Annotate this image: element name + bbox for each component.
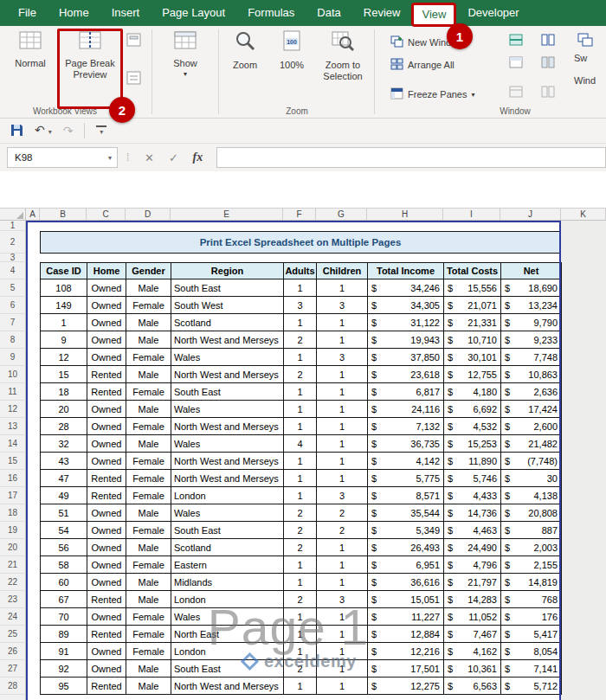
hide-window-icon[interactable] bbox=[509, 56, 523, 72]
cell[interactable]: $23,618 bbox=[368, 366, 444, 383]
cell[interactable]: Female bbox=[126, 297, 171, 314]
cell[interactable]: 91 bbox=[41, 643, 87, 660]
page-break-border-right[interactable] bbox=[559, 221, 561, 700]
cell[interactable]: $4,463 bbox=[444, 522, 501, 539]
column-header-C[interactable]: C bbox=[87, 209, 126, 220]
cell[interactable]: $11,052 bbox=[444, 608, 501, 626]
cell[interactable]: $30 bbox=[501, 470, 562, 487]
cell[interactable]: $17,501 bbox=[368, 660, 444, 678]
row-header-16[interactable]: 16 bbox=[0, 470, 26, 487]
cell[interactable]: 4 bbox=[284, 435, 317, 453]
cell[interactable]: Female bbox=[126, 453, 171, 470]
row-header-8[interactable]: 8 bbox=[0, 331, 26, 349]
customize-quick-access-toolbar-button[interactable]: ▾ bbox=[96, 125, 106, 136]
cell[interactable]: 70 bbox=[41, 608, 87, 626]
cell[interactable]: Owned bbox=[87, 435, 126, 453]
row-header-25[interactable]: 25 bbox=[0, 626, 26, 643]
cell[interactable]: 56 bbox=[41, 539, 87, 556]
cell[interactable]: $7,748 bbox=[501, 349, 562, 366]
name-box[interactable]: K98 ▾ bbox=[7, 147, 118, 168]
cell[interactable]: 12 bbox=[41, 349, 87, 366]
cell[interactable]: $7,132 bbox=[368, 418, 444, 435]
cell[interactable]: $7,467 bbox=[444, 626, 501, 643]
cell[interactable]: Rented bbox=[87, 591, 126, 608]
row-header-17[interactable]: 17 bbox=[0, 487, 26, 504]
cell[interactable]: 1 bbox=[317, 435, 368, 453]
cell[interactable]: Owned bbox=[87, 556, 126, 574]
cell[interactable]: 2 bbox=[284, 522, 317, 539]
cell[interactable]: 1 bbox=[284, 349, 317, 366]
cell[interactable]: $4,162 bbox=[444, 643, 501, 660]
row-header-15[interactable]: 15 bbox=[0, 453, 26, 470]
cell[interactable]: Female bbox=[126, 556, 171, 574]
tab-file[interactable]: File bbox=[7, 0, 48, 26]
cell[interactable]: Owned bbox=[87, 349, 126, 366]
cell[interactable]: Male bbox=[126, 435, 171, 453]
freeze-panes-button[interactable]: Freeze Panes ▾ bbox=[390, 86, 475, 103]
cell[interactable]: 60 bbox=[41, 574, 87, 591]
row-header-1[interactable]: 1 bbox=[0, 221, 26, 231]
cell[interactable]: Male bbox=[126, 279, 171, 297]
cell[interactable]: Owned bbox=[87, 574, 126, 591]
undo-button[interactable]: ↶ ▾ bbox=[35, 124, 52, 138]
cell[interactable]: $26,493 bbox=[368, 539, 444, 556]
column-header-J[interactable]: J bbox=[500, 209, 561, 220]
tab-insert[interactable]: Insert bbox=[100, 0, 152, 26]
tab-data[interactable]: Data bbox=[306, 0, 351, 26]
cell[interactable]: North West and Merseys bbox=[171, 418, 284, 435]
cell[interactable]: $9,790 bbox=[501, 314, 562, 331]
cell[interactable]: 108 bbox=[41, 279, 87, 297]
cell[interactable]: 1 bbox=[284, 470, 317, 487]
row-header-12[interactable]: 12 bbox=[0, 401, 26, 418]
cell[interactable]: 1 bbox=[317, 574, 368, 591]
cell[interactable]: $20,808 bbox=[501, 504, 562, 522]
column-header-D[interactable]: D bbox=[126, 209, 171, 220]
cell[interactable]: Owned bbox=[87, 279, 126, 297]
cell[interactable]: 1 bbox=[317, 539, 368, 556]
cell[interactable]: 95 bbox=[41, 678, 87, 695]
tab-page-layout[interactable]: Page Layout bbox=[151, 0, 236, 26]
cell[interactable]: $13,234 bbox=[501, 297, 562, 314]
cell[interactable]: $12,755 bbox=[444, 366, 501, 383]
zoom-100-button[interactable]: 100 100% bbox=[270, 30, 313, 71]
row-header-11[interactable]: 11 bbox=[0, 383, 26, 401]
row-header-13[interactable]: 13 bbox=[0, 418, 26, 435]
cell[interactable]: Owned bbox=[87, 522, 126, 539]
row-header-23[interactable]: 23 bbox=[0, 591, 26, 608]
cell[interactable]: $34,305 bbox=[368, 297, 444, 314]
tab-review[interactable]: Review bbox=[352, 0, 412, 26]
row-header-18[interactable]: 18 bbox=[0, 504, 26, 522]
tab-formulas[interactable]: Formulas bbox=[236, 0, 306, 26]
cell[interactable]: $10,863 bbox=[501, 366, 562, 383]
cell[interactable]: South East bbox=[171, 522, 284, 539]
cell[interactable]: $8,571 bbox=[368, 487, 444, 504]
cell[interactable]: 1 bbox=[317, 401, 368, 418]
cell[interactable]: 9 bbox=[41, 331, 87, 349]
cell[interactable]: Wales bbox=[171, 349, 284, 366]
cell[interactable]: 2 bbox=[284, 504, 317, 522]
cell[interactable]: 1 bbox=[284, 314, 317, 331]
cell[interactable]: $24,116 bbox=[368, 401, 444, 418]
cell[interactable]: Rented bbox=[87, 470, 126, 487]
cell[interactable]: Rented bbox=[87, 383, 126, 401]
row-header-26[interactable]: 26 bbox=[0, 643, 26, 660]
cell[interactable]: $6,563 bbox=[444, 678, 501, 695]
view-side-by-side-icon[interactable] bbox=[541, 34, 555, 49]
worksheet-title-cell[interactable]: Print Excel Spreadsheet on Multiple Page… bbox=[40, 231, 561, 254]
cell[interactable]: Female bbox=[126, 522, 171, 539]
cancel-button[interactable]: ✕ bbox=[137, 151, 161, 164]
cell[interactable]: 149 bbox=[41, 297, 87, 314]
cell[interactable]: Female bbox=[126, 383, 171, 401]
cell[interactable]: Female bbox=[126, 487, 171, 504]
cell[interactable]: 3 bbox=[317, 487, 368, 504]
cell[interactable]: $17,424 bbox=[501, 401, 562, 418]
cell[interactable]: Owned bbox=[87, 643, 126, 660]
cell[interactable]: $4,433 bbox=[444, 487, 501, 504]
cell[interactable]: $2,155 bbox=[501, 556, 562, 574]
cell[interactable]: $30,101 bbox=[444, 349, 501, 366]
cell[interactable]: Owned bbox=[87, 401, 126, 418]
cell[interactable]: 1 bbox=[317, 383, 368, 401]
cell[interactable]: 47 bbox=[41, 470, 87, 487]
cell[interactable]: $31,122 bbox=[368, 314, 444, 331]
cell[interactable]: $15,253 bbox=[444, 435, 501, 453]
